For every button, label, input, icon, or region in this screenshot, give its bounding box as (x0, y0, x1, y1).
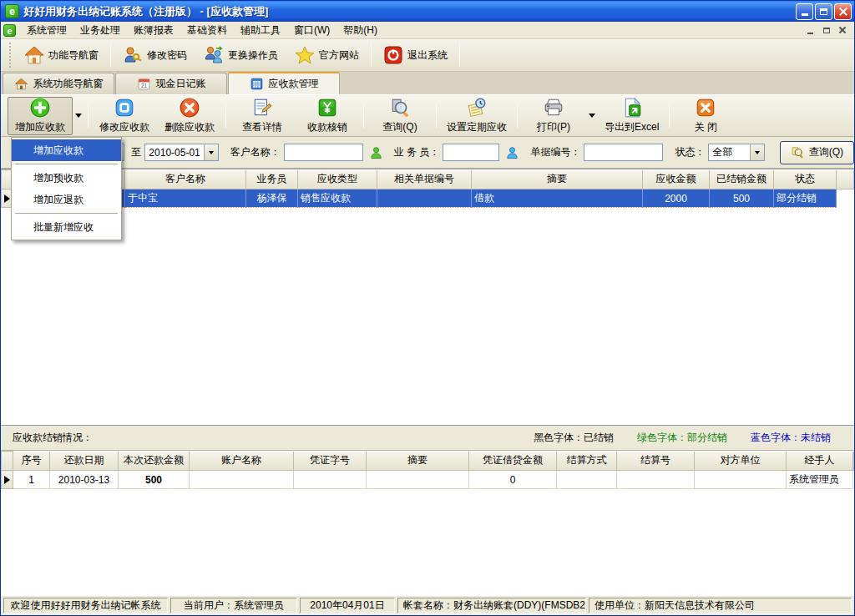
status-combo[interactable]: 全部 (708, 144, 764, 161)
delete-receivable-label: 删除应收款 (164, 120, 215, 134)
menu-separator (15, 213, 118, 214)
close-tab-button[interactable]: 关 闭 (673, 97, 738, 135)
table-icon (250, 77, 264, 91)
settle-cell-summary (367, 471, 469, 489)
settle-header-account[interactable]: 账户名称 (190, 452, 294, 471)
separator (371, 43, 372, 67)
mdi-restore-button[interactable] (819, 24, 833, 37)
delete-receivable-button[interactable]: 删除应收款 (157, 97, 222, 135)
table-row[interactable]: 于中宝 杨泽保 销售应收款 借款 2000 500 部分结销 (2, 189, 854, 208)
tab-cash-journal[interactable]: 21 现金日记账 (115, 73, 227, 94)
header-salesman[interactable]: 业务员 (246, 170, 298, 189)
header-customer[interactable]: 客户名称 (125, 170, 246, 189)
menu-system[interactable]: 系统管理 (20, 22, 73, 39)
menu-item-add-prereceived[interactable]: 增加预收款 (12, 167, 121, 189)
header-doc-no[interactable]: 相关单据编号 (377, 170, 472, 189)
tab-receivables[interactable]: 应收款管理 (228, 72, 340, 94)
receivables-table-area: 客户名称 业务员 应收类型 相关单据编号 摘要 应收金额 已结销金额 状态 于中… (1, 169, 854, 425)
menu-tools[interactable]: 辅助工具 (234, 22, 287, 39)
menu-item-batch-add[interactable]: 批量新增应收 (12, 216, 121, 238)
filter-query-button[interactable]: 查询(Q) (780, 141, 854, 164)
menu-help[interactable]: 帮助(H) (336, 22, 384, 39)
settle-cell-date: 2010-03-13 (50, 471, 119, 489)
header-amount[interactable]: 应收金额 (643, 170, 710, 189)
status-bar: 欢迎使用好好用财务出纳记帐系统 当前用户：系统管理员 2010年04月01日 帐… (1, 595, 854, 615)
menu-item-add-receivable[interactable]: 增加应收款 (12, 139, 121, 161)
close-button[interactable] (834, 3, 852, 20)
change-password-button[interactable]: 修改密码 (114, 42, 195, 68)
mdi-close-button[interactable] (835, 24, 849, 37)
edit-icon (114, 97, 135, 119)
doc-no-input[interactable] (584, 144, 663, 161)
settle-section-header: 应收款结销情况： 黑色字体：已结销 绿色字体：部分结销 蓝色字体：未结销 (1, 425, 854, 450)
settle-header-method[interactable]: 结算方式 (557, 452, 617, 471)
header-status[interactable]: 状态 (774, 170, 837, 189)
date-to-value: 2010-05-01 (145, 147, 203, 159)
separator (225, 104, 226, 128)
settle-cell-voucher-amount: 0 (469, 471, 557, 489)
minimize-button[interactable] (796, 3, 813, 20)
switch-operator-icon (204, 45, 224, 65)
edit-receivable-button[interactable]: 修改应收款 (92, 97, 157, 135)
status-label: 状态： (675, 145, 705, 159)
query-magnifier-icon (791, 145, 805, 159)
exit-system-button[interactable]: 退出系统 (375, 42, 456, 68)
nav-window-button[interactable]: 功能导航窗 (16, 42, 107, 68)
dropdown-arrow-icon (589, 114, 595, 118)
menu-window[interactable]: 窗口(W) (287, 22, 336, 39)
date-to-combo[interactable]: 2010-05-01 (144, 144, 218, 161)
print-dropdown-button[interactable] (586, 97, 598, 135)
current-row-arrow-icon (4, 194, 10, 203)
header-settled[interactable]: 已结销金额 (710, 170, 774, 189)
salesman-person-icon[interactable] (506, 146, 519, 159)
cell-filler (837, 189, 854, 208)
export-excel-button[interactable]: 导出到Excel (598, 97, 665, 135)
header-summary[interactable]: 摘要 (472, 170, 643, 189)
view-details-label: 查看详情 (242, 120, 282, 134)
settle-header-summary[interactable]: 摘要 (367, 452, 469, 471)
schedule-receivable-label: 设置定期应收 (447, 120, 507, 134)
tab-receivables-label: 应收款管理 (269, 77, 319, 91)
status-legend: 黑色字体：已结销 绿色字体：部分结销 蓝色字体：未结销 (534, 431, 846, 445)
settle-header-counterparty[interactable]: 对方单位 (695, 452, 787, 471)
customer-person-icon[interactable] (370, 146, 382, 159)
customer-name-input[interactable] (284, 144, 363, 161)
menu-business[interactable]: 业务处理 (73, 22, 127, 39)
menu-basedata[interactable]: 基础资料 (180, 22, 234, 39)
tab-system-nav[interactable]: 系统功能导航窗 (3, 73, 114, 94)
settle-table-row[interactable]: 1 2010-03-13 500 0 系统管理员 (2, 471, 854, 489)
password-key-icon (123, 45, 143, 65)
settle-header-seq[interactable]: 序号 (13, 452, 50, 471)
combo-arrow-button[interactable] (204, 144, 218, 160)
add-receivable-button[interactable]: 增加应收款 (8, 97, 73, 135)
menu-item-add-refund[interactable]: 增加应退款 (12, 189, 121, 210)
add-receivable-dropdown-button[interactable] (73, 97, 84, 135)
view-details-button[interactable]: 查看详情 (230, 97, 295, 135)
header-type[interactable]: 应收类型 (298, 170, 377, 189)
settle-header-amount[interactable]: 本次还款金额 (119, 452, 190, 471)
separator (363, 104, 364, 128)
mdi-child-icon: e (3, 24, 16, 37)
combo-arrow-button[interactable] (750, 144, 764, 160)
official-website-button[interactable]: 官方网站 (286, 42, 367, 68)
status-welcome: 欢迎使用好好用财务出纳记帐系统 (3, 598, 168, 613)
settle-header-settle-no[interactable]: 结算号 (617, 452, 695, 471)
separator (669, 104, 670, 128)
magnifier-icon (389, 97, 411, 119)
switch-operator-button[interactable]: 更换操作员 (195, 42, 286, 68)
menu-reports[interactable]: 账簿报表 (127, 22, 180, 39)
query-button[interactable]: 查询(Q) (367, 97, 433, 135)
schedule-receivable-button[interactable]: 设置定期应收 (440, 97, 514, 135)
mdi-minimize-button[interactable] (803, 24, 817, 37)
mdi-restore-icon (823, 28, 830, 33)
settle-header-voucher-no[interactable]: 凭证字号 (294, 452, 367, 471)
settle-cell-amount: 500 (119, 471, 190, 489)
salesman-input[interactable] (443, 144, 499, 161)
settle-header-date[interactable]: 还款日期 (50, 452, 119, 471)
print-button[interactable]: 打印(P) (521, 97, 586, 135)
official-website-label: 官方网站 (319, 48, 359, 63)
writeoff-button[interactable]: 收款核销 (295, 97, 360, 135)
settle-header-handler[interactable]: 经手人 (787, 452, 853, 471)
settle-header-voucher-amount[interactable]: 凭证借贷金额 (469, 452, 557, 471)
restore-button[interactable] (815, 3, 832, 20)
